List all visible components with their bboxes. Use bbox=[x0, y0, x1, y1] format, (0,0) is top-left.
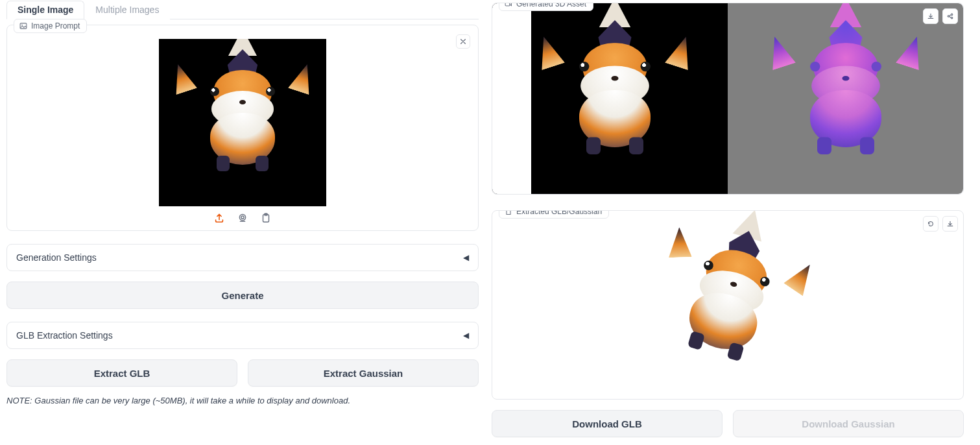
render-color-view[interactable] bbox=[492, 3, 728, 194]
input-image-illustration bbox=[197, 67, 288, 178]
caret-left-icon: ◀ bbox=[463, 331, 469, 340]
render-normal-view[interactable] bbox=[728, 3, 963, 194]
image-prompt-label: Image Prompt bbox=[31, 21, 80, 30]
download-extracted-button[interactable] bbox=[942, 216, 958, 232]
svg-point-1 bbox=[21, 25, 23, 26]
tab-single-image[interactable]: Single Image bbox=[6, 1, 84, 19]
reset-view-button[interactable] bbox=[923, 216, 938, 232]
svg-point-7 bbox=[948, 16, 949, 17]
generation-settings-toggle[interactable]: Generation Settings ◀ bbox=[6, 244, 479, 271]
image-icon bbox=[19, 22, 27, 30]
clear-image-button[interactable] bbox=[456, 34, 470, 49]
image-toolbar bbox=[15, 212, 470, 224]
svg-point-2 bbox=[239, 214, 245, 220]
svg-point-9 bbox=[951, 17, 952, 18]
generation-settings-label: Generation Settings bbox=[16, 252, 97, 263]
extract-gaussian-button[interactable]: Extract Gaussian bbox=[248, 359, 479, 387]
extracted-glb-illustration[interactable] bbox=[666, 236, 790, 374]
render-color-illustration bbox=[565, 40, 665, 162]
video-icon bbox=[505, 3, 512, 8]
clipboard-icon[interactable] bbox=[260, 212, 272, 224]
glb-settings-toggle[interactable]: GLB Extraction Settings ◀ bbox=[6, 322, 479, 349]
generate-button[interactable]: Generate bbox=[6, 282, 479, 309]
upload-icon[interactable] bbox=[213, 212, 225, 224]
extracted-glb-panel: Extracted GLB/Gaussian bbox=[492, 210, 964, 400]
download-asset-button[interactable] bbox=[923, 8, 938, 24]
glb-settings-label: GLB Extraction Settings bbox=[16, 330, 113, 341]
tab-multiple-images[interactable]: Multiple Images bbox=[84, 1, 170, 19]
share-asset-button[interactable] bbox=[942, 8, 958, 24]
image-preview[interactable] bbox=[15, 38, 470, 207]
svg-rect-6 bbox=[505, 3, 510, 6]
generated-3d-asset-label: Generated 3D Asset bbox=[516, 3, 586, 8]
caret-left-icon: ◀ bbox=[463, 253, 469, 262]
image-prompt-badge: Image Prompt bbox=[14, 19, 87, 33]
generated-3d-asset-panel: Generated 3D Asset bbox=[492, 3, 964, 195]
image-prompt-panel: Image Prompt bbox=[6, 25, 479, 231]
input-mode-tabs: Single Image Multiple Images bbox=[6, 0, 479, 19]
file-icon bbox=[505, 210, 512, 215]
camera-icon[interactable] bbox=[237, 212, 248, 224]
render-normal-illustration bbox=[796, 40, 896, 162]
generated-3d-asset-badge: Generated 3D Asset bbox=[499, 3, 593, 11]
gaussian-note: NOTE: Gaussian file can be very large (~… bbox=[6, 396, 479, 405]
svg-rect-0 bbox=[20, 23, 27, 29]
extracted-glb-badge: Extracted GLB/Gaussian bbox=[499, 210, 609, 219]
svg-point-3 bbox=[241, 216, 244, 219]
download-gaussian-button[interactable]: Download Gaussian bbox=[733, 410, 964, 437]
extracted-glb-label: Extracted GLB/Gaussian bbox=[516, 210, 602, 216]
extract-glb-button[interactable]: Extract GLB bbox=[6, 359, 237, 387]
download-glb-button[interactable]: Download GLB bbox=[492, 410, 723, 437]
svg-point-8 bbox=[951, 14, 952, 15]
